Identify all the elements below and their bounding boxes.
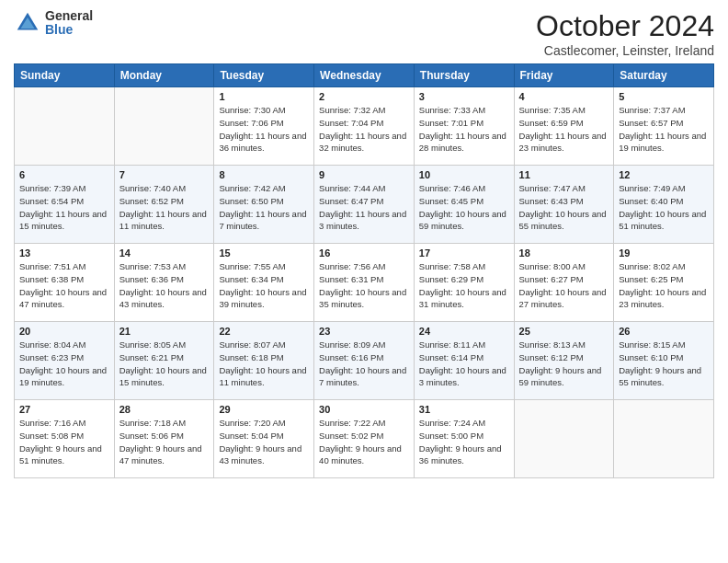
day-number: 8 — [219, 169, 309, 180]
day-number: 25 — [519, 326, 609, 337]
day-info: Sunrise: 7:55 AM Sunset: 6:34 PM Dayligh… — [219, 260, 309, 311]
calendar-cell: 11Sunrise: 7:47 AM Sunset: 6:43 PM Dayli… — [514, 166, 614, 244]
calendar-cell: 24Sunrise: 8:11 AM Sunset: 6:14 PM Dayli… — [414, 322, 514, 400]
calendar-week-3: 13Sunrise: 7:51 AM Sunset: 6:38 PM Dayli… — [15, 244, 714, 322]
calendar-week-2: 6Sunrise: 7:39 AM Sunset: 6:54 PM Daylig… — [15, 166, 714, 244]
day-info: Sunrise: 8:15 AM Sunset: 6:10 PM Dayligh… — [619, 339, 709, 389]
day-info: Sunrise: 7:40 AM Sunset: 6:52 PM Dayligh… — [119, 182, 210, 233]
day-info: Sunrise: 7:20 AM Sunset: 5:04 PM Dayligh… — [219, 417, 309, 467]
calendar-cell: 3Sunrise: 7:33 AM Sunset: 7:01 PM Daylig… — [414, 87, 514, 166]
day-number: 12 — [619, 169, 709, 180]
header: General Blue October 2024 Castlecomer, L… — [14, 9, 714, 58]
day-info: Sunrise: 7:56 AM Sunset: 6:31 PM Dayligh… — [319, 260, 409, 311]
calendar-cell: 17Sunrise: 7:58 AM Sunset: 6:29 PM Dayli… — [414, 244, 514, 322]
day-number: 20 — [19, 326, 109, 337]
calendar-cell: 16Sunrise: 7:56 AM Sunset: 6:31 PM Dayli… — [314, 244, 415, 322]
day-info: Sunrise: 7:18 AM Sunset: 5:06 PM Dayligh… — [119, 417, 210, 467]
day-info: Sunrise: 7:47 AM Sunset: 6:43 PM Dayligh… — [519, 182, 609, 233]
day-info: Sunrise: 8:07 AM Sunset: 6:18 PM Dayligh… — [219, 339, 309, 389]
day-number: 13 — [19, 247, 109, 259]
calendar-cell — [114, 87, 214, 166]
logo-blue-text: Blue — [45, 23, 93, 37]
day-info: Sunrise: 8:02 AM Sunset: 6:25 PM Dayligh… — [619, 260, 709, 311]
calendar-table: Sunday Monday Tuesday Wednesday Thursday… — [14, 63, 714, 478]
day-number: 19 — [619, 247, 709, 259]
calendar-cell: 12Sunrise: 7:49 AM Sunset: 6:40 PM Dayli… — [614, 166, 714, 244]
day-info: Sunrise: 7:39 AM Sunset: 6:54 PM Dayligh… — [19, 182, 109, 233]
title-block: October 2024 Castlecomer, Leinster, Irel… — [536, 9, 714, 58]
calendar-cell: 1Sunrise: 7:30 AM Sunset: 7:06 PM Daylig… — [214, 87, 314, 166]
calendar-cell: 10Sunrise: 7:46 AM Sunset: 6:45 PM Dayli… — [414, 166, 514, 244]
day-number: 14 — [119, 247, 210, 259]
day-info: Sunrise: 7:24 AM Sunset: 5:00 PM Dayligh… — [419, 417, 509, 467]
logo-text: General Blue — [45, 9, 93, 38]
calendar-cell: 19Sunrise: 8:02 AM Sunset: 6:25 PM Dayli… — [614, 244, 714, 322]
calendar-cell: 13Sunrise: 7:51 AM Sunset: 6:38 PM Dayli… — [15, 244, 115, 322]
day-number: 1 — [219, 91, 309, 102]
day-info: Sunrise: 7:33 AM Sunset: 7:01 PM Dayligh… — [419, 104, 509, 155]
day-info: Sunrise: 7:42 AM Sunset: 6:50 PM Dayligh… — [219, 182, 309, 233]
day-number: 11 — [519, 169, 609, 180]
day-number: 31 — [419, 404, 509, 415]
day-number: 23 — [319, 326, 409, 337]
day-info: Sunrise: 7:16 AM Sunset: 5:08 PM Dayligh… — [19, 417, 109, 467]
calendar-cell: 7Sunrise: 7:40 AM Sunset: 6:52 PM Daylig… — [114, 166, 214, 244]
day-info: Sunrise: 7:49 AM Sunset: 6:40 PM Dayligh… — [619, 182, 709, 233]
calendar-cell: 20Sunrise: 8:04 AM Sunset: 6:23 PM Dayli… — [15, 322, 115, 400]
calendar-cell: 4Sunrise: 7:35 AM Sunset: 6:59 PM Daylig… — [514, 87, 614, 166]
day-number: 28 — [119, 404, 210, 415]
calendar-cell: 22Sunrise: 8:07 AM Sunset: 6:18 PM Dayli… — [214, 322, 314, 400]
day-number: 22 — [219, 326, 309, 337]
day-info: Sunrise: 7:51 AM Sunset: 6:38 PM Dayligh… — [19, 260, 109, 311]
day-number: 24 — [419, 326, 509, 337]
calendar-cell — [514, 400, 614, 478]
calendar-cell: 18Sunrise: 8:00 AM Sunset: 6:27 PM Dayli… — [514, 244, 614, 322]
col-monday: Monday — [114, 64, 214, 87]
day-info: Sunrise: 7:58 AM Sunset: 6:29 PM Dayligh… — [419, 260, 509, 311]
calendar-week-4: 20Sunrise: 8:04 AM Sunset: 6:23 PM Dayli… — [15, 322, 714, 400]
calendar-cell: 15Sunrise: 7:55 AM Sunset: 6:34 PM Dayli… — [214, 244, 314, 322]
calendar-cell: 14Sunrise: 7:53 AM Sunset: 6:36 PM Dayli… — [114, 244, 214, 322]
calendar-cell: 31Sunrise: 7:24 AM Sunset: 5:00 PM Dayli… — [414, 400, 514, 478]
calendar-cell: 25Sunrise: 8:13 AM Sunset: 6:12 PM Dayli… — [514, 322, 614, 400]
calendar-cell: 6Sunrise: 7:39 AM Sunset: 6:54 PM Daylig… — [15, 166, 115, 244]
day-number: 5 — [619, 91, 709, 102]
day-number: 7 — [119, 169, 210, 180]
day-info: Sunrise: 7:53 AM Sunset: 6:36 PM Dayligh… — [119, 260, 210, 311]
day-info: Sunrise: 7:46 AM Sunset: 6:45 PM Dayligh… — [419, 182, 509, 233]
calendar-cell — [614, 400, 714, 478]
day-info: Sunrise: 8:00 AM Sunset: 6:27 PM Dayligh… — [519, 260, 609, 311]
day-number: 16 — [319, 247, 409, 259]
day-number: 26 — [619, 326, 709, 337]
calendar-cell: 26Sunrise: 8:15 AM Sunset: 6:10 PM Dayli… — [614, 322, 714, 400]
title-month: October 2024 — [536, 9, 714, 43]
page: General Blue October 2024 Castlecomer, L… — [0, 0, 728, 563]
day-info: Sunrise: 7:37 AM Sunset: 6:57 PM Dayligh… — [619, 104, 709, 155]
calendar-cell: 5Sunrise: 7:37 AM Sunset: 6:57 PM Daylig… — [614, 87, 714, 166]
calendar-cell: 2Sunrise: 7:32 AM Sunset: 7:04 PM Daylig… — [314, 87, 415, 166]
col-tuesday: Tuesday — [214, 64, 314, 87]
calendar-cell: 23Sunrise: 8:09 AM Sunset: 6:16 PM Dayli… — [314, 322, 415, 400]
calendar-cell: 29Sunrise: 7:20 AM Sunset: 5:04 PM Dayli… — [214, 400, 314, 478]
calendar-cell: 21Sunrise: 8:05 AM Sunset: 6:21 PM Dayli… — [114, 322, 214, 400]
calendar-cell: 30Sunrise: 7:22 AM Sunset: 5:02 PM Dayli… — [314, 400, 415, 478]
day-number: 2 — [319, 91, 409, 102]
calendar-cell — [15, 87, 115, 166]
day-info: Sunrise: 8:11 AM Sunset: 6:14 PM Dayligh… — [419, 339, 509, 389]
day-info: Sunrise: 7:22 AM Sunset: 5:02 PM Dayligh… — [319, 417, 409, 467]
calendar-cell: 28Sunrise: 7:18 AM Sunset: 5:06 PM Dayli… — [114, 400, 214, 478]
day-number: 10 — [419, 169, 509, 180]
day-number: 9 — [319, 169, 409, 180]
day-number: 27 — [19, 404, 109, 415]
calendar-week-1: 1Sunrise: 7:30 AM Sunset: 7:06 PM Daylig… — [15, 87, 714, 166]
day-info: Sunrise: 8:05 AM Sunset: 6:21 PM Dayligh… — [119, 339, 210, 389]
day-info: Sunrise: 8:09 AM Sunset: 6:16 PM Dayligh… — [319, 339, 409, 389]
day-number: 15 — [219, 247, 309, 259]
day-number: 3 — [419, 91, 509, 102]
day-info: Sunrise: 8:04 AM Sunset: 6:23 PM Dayligh… — [19, 339, 109, 389]
col-wednesday: Wednesday — [314, 64, 415, 87]
title-location: Castlecomer, Leinster, Ireland — [536, 43, 714, 58]
day-info: Sunrise: 7:44 AM Sunset: 6:47 PM Dayligh… — [319, 182, 409, 233]
day-number: 6 — [19, 169, 109, 180]
calendar-header-row: Sunday Monday Tuesday Wednesday Thursday… — [15, 64, 714, 87]
